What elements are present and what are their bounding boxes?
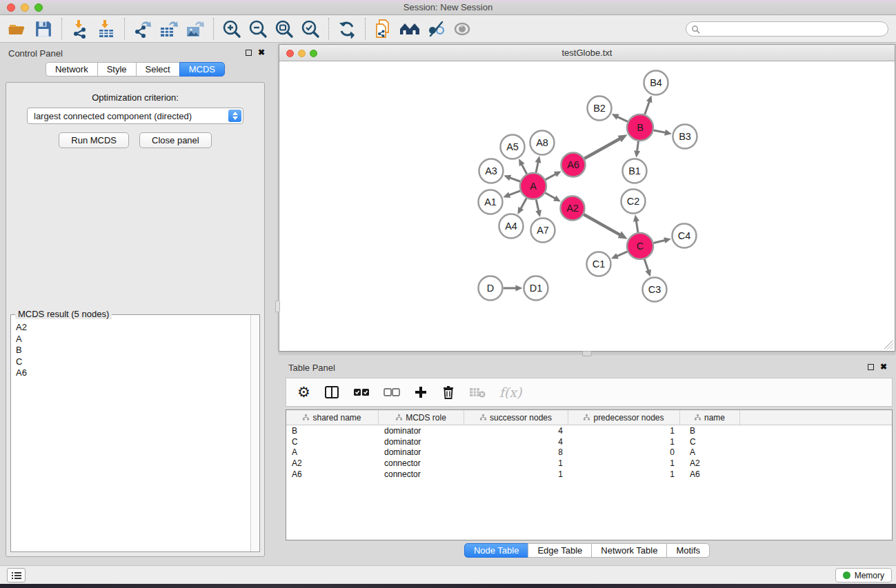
cell[interactable]: A2 [286,458,379,468]
cell[interactable]: 1 [568,469,680,479]
column-header-successor-nodes[interactable]: successor nodes [464,410,568,425]
cell[interactable]: 1 [464,458,568,468]
edge-C-C3[interactable] [644,259,648,272]
import-table-button[interactable] [93,17,119,41]
cell[interactable]: 1 [464,469,568,479]
column-header-name[interactable]: name [680,410,740,425]
table-row[interactable]: Bdominator41B [286,425,892,436]
mcds-result-item[interactable]: A2 [16,322,250,334]
export-network-button[interactable] [130,17,156,41]
edge-B-B4[interactable] [645,101,650,114]
edge-A-A7[interactable] [536,200,539,212]
float-panel-icon[interactable] [246,50,252,56]
table-row[interactable]: Adominator80A [286,447,892,458]
column-header-MCDS-role[interactable]: MCDS role [379,410,464,425]
table-row[interactable]: A2connector11A2 [286,458,892,469]
open-file-button[interactable] [4,17,30,41]
edge-A-A5[interactable] [521,163,527,174]
cell[interactable]: 4 [464,437,568,447]
edge-A-A3[interactable] [509,177,520,181]
tab-node-table[interactable]: Node Table [464,543,529,558]
edge-A-A6[interactable] [546,174,557,180]
run-mcds-button[interactable]: Run MCDS [59,132,129,148]
edge-A-A1[interactable] [508,191,520,195]
close-panel-button[interactable]: Close panel [139,132,212,148]
import-network-button[interactable] [67,17,93,41]
edge-C-C2[interactable] [636,220,638,232]
task-history-button[interactable] [7,568,26,582]
horizontal-splitter[interactable] [279,352,895,355]
clone-network-button[interactable] [370,17,397,41]
cell[interactable]: B [680,426,740,436]
edge-B-B3[interactable] [654,130,666,133]
zoom-fit-button[interactable] [271,17,297,41]
settings-gear-icon[interactable]: ⚙ [297,382,310,403]
cell[interactable]: connector [379,469,464,479]
mcds-result-item[interactable]: A6 [16,367,250,379]
cell[interactable]: A [680,447,740,457]
column-header-shared-name[interactable]: shared name [286,410,379,425]
delete-column-icon[interactable] [441,382,455,403]
tab-network-table[interactable]: Network Table [591,543,667,558]
deselect-all-columns-icon[interactable] [384,382,400,403]
tab-style[interactable]: Style [97,62,137,77]
save-session-button[interactable] [30,17,57,41]
show-visual-style-button[interactable] [449,17,475,41]
add-column-icon[interactable] [414,382,428,403]
table-row[interactable]: Cdominator41C [286,436,892,447]
tab-mcds[interactable]: MCDS [179,62,225,77]
memory-button[interactable]: Memory [835,568,892,582]
mcds-result-item[interactable]: C [16,356,250,368]
edge-C-C1[interactable] [616,252,627,256]
column-view-icon[interactable] [324,382,339,403]
zoom-out-button[interactable] [245,17,271,41]
criterion-select[interactable]: largest connected component (directed) [27,108,243,124]
edge-A-A2[interactable] [545,193,556,199]
refresh-button[interactable] [334,17,360,41]
cell[interactable]: A6 [680,469,740,479]
edge-A-A4[interactable] [520,199,526,210]
delete-table-icon[interactable] [469,382,486,403]
mcds-result-item[interactable]: A [16,334,250,345]
network-graph[interactable]: B4B2BB3A8A5A6A3B1AA1C2A2A4A7C4CC1C3DD1 [279,61,895,351]
cell[interactable]: B [286,426,379,436]
edge-A-A8[interactable] [536,161,538,172]
cell[interactable]: 1 [568,437,680,447]
hide-visual-style-button[interactable] [423,17,449,41]
tab-network[interactable]: Network [46,62,98,77]
cell[interactable]: 4 [464,426,568,436]
cell[interactable]: dominator [379,447,464,457]
resize-grip[interactable] [884,341,893,349]
cell[interactable]: 1 [568,426,680,436]
cell[interactable]: 8 [464,447,568,457]
cell[interactable]: A6 [286,469,379,479]
cell[interactable]: C [286,437,379,447]
mcds-result-list[interactable]: A2ABCA6 [11,318,250,551]
export-table-button[interactable] [156,17,182,41]
edge-B-B1[interactable] [637,141,638,152]
cell[interactable]: 0 [568,447,680,457]
cell[interactable]: dominator [379,426,464,436]
mcds-result-item[interactable]: B [16,345,250,356]
tab-select[interactable]: Select [136,62,180,77]
result-scrollbar[interactable] [250,315,259,551]
cell[interactable]: dominator [379,437,464,447]
network-canvas[interactable]: B4B2BB3A8A5A6A3B1AA1C2A2A4A7C4CC1C3DD1 [279,61,895,351]
tab-motifs[interactable]: Motifs [666,543,710,558]
edge-B-B2[interactable] [617,116,628,122]
zoom-in-button[interactable] [219,17,245,41]
cell[interactable]: connector [379,458,464,468]
cell[interactable]: A2 [680,458,740,468]
search-field[interactable] [686,21,888,37]
float-table-panel-icon[interactable] [868,364,874,370]
edge-A2-C[interactable] [584,214,621,235]
cell[interactable]: 1 [568,458,680,468]
column-header-predecessor-nodes[interactable]: predecessor nodes [568,410,680,425]
home-button[interactable] [397,17,423,41]
splitter-handle[interactable] [275,301,280,312]
tab-edge-table[interactable]: Edge Table [528,543,592,558]
table-row[interactable]: A6connector11A6 [286,469,892,480]
search-input[interactable] [700,23,888,35]
function-builder-icon[interactable]: f(x) [499,382,522,403]
edge-C-C4[interactable] [653,240,666,243]
